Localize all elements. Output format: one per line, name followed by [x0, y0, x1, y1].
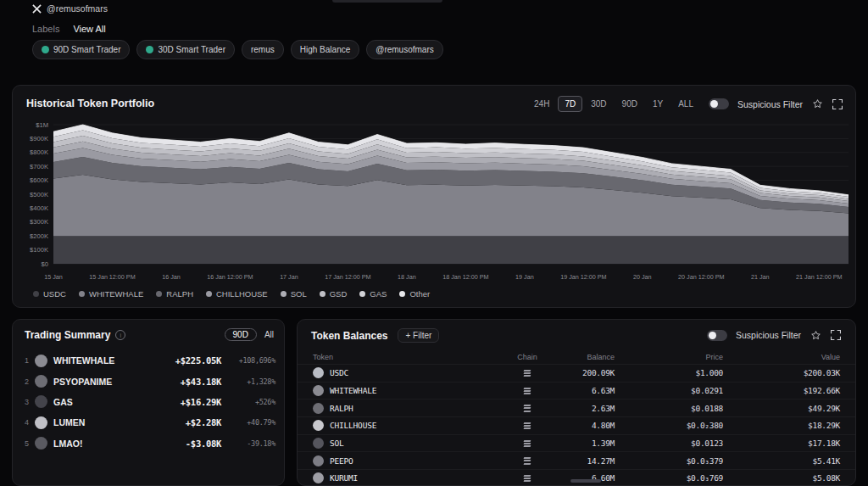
chart-legend: USDCWHITEWHALERALPHCHILLHOUSESOLGSDGASOt… [33, 289, 430, 299]
range-button-30d[interactable]: 30D [584, 96, 613, 112]
price-cell: $0.0188 [615, 404, 723, 413]
svg-text:15 Jan: 15 Jan [44, 273, 63, 281]
horizontal-scrollbar-handle[interactable] [570, 479, 601, 483]
token-cell: USDC [313, 367, 498, 378]
label-chip[interactable]: 30D Smart Trader [136, 40, 234, 59]
label-chip[interactable]: remus [242, 40, 284, 59]
table-row[interactable]: WHITEWHALE6.63M$0.0291$192.66K [298, 382, 855, 399]
svg-text:$600K: $600K [30, 176, 48, 184]
token-pnl-percent: -39.18% [221, 439, 275, 448]
column-header-balance[interactable]: Balance [557, 353, 615, 361]
chain-cell [498, 405, 557, 411]
token-icon [313, 455, 324, 466]
svg-text:16 Jan: 16 Jan [162, 273, 181, 281]
token-pnl-value: +$225.05K [114, 355, 221, 366]
range-button-90d[interactable]: 90D [615, 96, 644, 112]
svg-text:$900K: $900K [30, 135, 48, 142]
trading-row[interactable]: 4LUMEN+$2.28K+40.79% [25, 412, 275, 433]
label-chip-text: High Balance [300, 45, 350, 54]
token-pnl-percent: +526% [221, 398, 275, 406]
legend-item[interactable]: GSD [320, 289, 348, 299]
column-header-value[interactable]: Value [723, 353, 840, 361]
table-row[interactable]: USDC200.09K$1.000$200.03K [298, 364, 855, 382]
column-header-token[interactable]: Token [313, 353, 498, 361]
legend-item[interactable]: SOL [281, 289, 307, 299]
token-icon [313, 472, 324, 483]
chain-cell [498, 457, 557, 464]
token-name: KURUMI [330, 473, 358, 483]
trading-range-all-button[interactable]: All [264, 330, 274, 339]
trading-rank: 1 [25, 356, 35, 365]
legend-label: RALPH [166, 289, 193, 299]
trading-row[interactable]: 5LMAO!-$3.08K-39.18% [25, 433, 275, 454]
label-chip[interactable]: High Balance [291, 40, 359, 59]
value-cell: $200.03K [723, 368, 840, 377]
token-name: CHILLHOUSE [330, 421, 376, 430]
info-icon[interactable]: i [115, 330, 125, 340]
label-chip[interactable]: 90D Smart Trader [32, 40, 130, 59]
token-pnl-value: +$16.29K [73, 397, 221, 407]
svg-text:19 Jan 12:00 PM: 19 Jan 12:00 PM [560, 273, 606, 281]
token-name: SOL [330, 439, 344, 448]
legend-item[interactable]: WHITEWHALE [79, 289, 143, 299]
column-header-chain[interactable]: Chain [498, 353, 557, 361]
token-pnl-value: +$43.18K [112, 377, 221, 387]
chain-cell [498, 475, 557, 482]
suspicious-filter-toggle[interactable] [709, 98, 729, 109]
token-cell: CHILLHOUSE [313, 420, 498, 431]
label-chips-row: 90D Smart Trader30D Smart TraderremusHig… [32, 40, 443, 59]
value-cell: $18.29K [723, 421, 840, 430]
token-icon [35, 355, 47, 367]
table-row[interactable]: KURUMI6.60M$0.0₃769$5.08K [298, 469, 855, 486]
balances-suspicious-filter-toggle[interactable] [707, 330, 727, 341]
table-row[interactable]: PEEPO14.27M$0.0₃379$5.41K [298, 451, 855, 469]
expand-icon[interactable] [830, 329, 842, 341]
legend-item[interactable]: USDC [33, 289, 66, 299]
legend-item[interactable]: Other [399, 289, 430, 299]
trading-summary-list: 1WHITEWHALE+$225.05K+108,696%2PSYOPANIME… [25, 350, 275, 454]
svg-text:21 Jan: 21 Jan [751, 273, 770, 281]
labels-title: Labels [32, 24, 59, 34]
svg-text:17 Jan 12:00 PM: 17 Jan 12:00 PM [325, 273, 370, 281]
range-button-all[interactable]: ALL [671, 96, 700, 112]
token-name: USDC [330, 368, 348, 377]
legend-item[interactable]: CHILLHOUSE [206, 289, 268, 299]
favorite-star-icon[interactable] [810, 329, 821, 341]
table-row[interactable]: CHILLHOUSE4.80M$0.0₂380$18.29K [298, 416, 855, 434]
trading-row[interactable]: 3GAS+$16.29K+526% [25, 392, 275, 412]
range-button-1y[interactable]: 1Y [646, 96, 670, 112]
svg-text:19 Jan: 19 Jan [515, 273, 534, 281]
token-name: WHITEWHALE [53, 355, 114, 366]
svg-text:21 Jan 12:00 PM: 21 Jan 12:00 PM [796, 273, 842, 281]
price-cell: $1.000 [615, 368, 723, 377]
table-row[interactable]: SOL1.39M$0.0123$17.18K [298, 434, 855, 452]
favorite-star-icon[interactable] [811, 98, 823, 110]
range-button-24h[interactable]: 24H [527, 96, 556, 112]
expand-icon[interactable] [832, 98, 843, 110]
trading-range-90d-button[interactable]: 90D [225, 328, 257, 341]
portfolio-stacked-area-chart[interactable]: $0$100K$200K$300K$400K$500K$600K$700K$80… [13, 116, 856, 286]
portfolio-title: Historical Token Portfolio [26, 98, 154, 109]
legend-dot [320, 291, 326, 297]
token-name: WHITEWHALE [330, 386, 376, 395]
legend-dot [359, 291, 365, 297]
view-all-link[interactable]: View All [73, 24, 105, 34]
trading-rank: 5 [25, 439, 35, 448]
legend-item[interactable]: RALPH [156, 289, 193, 299]
chain-cell [498, 440, 557, 447]
trading-row[interactable]: 2PSYOPANIME+$43.18K+1,328% [25, 371, 275, 391]
price-cell: $0.0₃769 [615, 473, 723, 483]
label-chip[interactable]: @remusofmars [366, 40, 443, 59]
range-button-7d[interactable]: 7D [558, 96, 582, 112]
table-row[interactable]: RALPH2.63M$0.0188$49.29K [298, 399, 855, 416]
filter-button[interactable]: + Filter [398, 328, 439, 343]
column-header-price[interactable]: Price [615, 353, 723, 361]
trading-row[interactable]: 1WHITEWHALE+$225.05K+108,696% [25, 350, 275, 371]
token-icon [35, 416, 47, 429]
legend-item[interactable]: GAS [359, 289, 387, 299]
solana-chain-icon [524, 370, 531, 377]
svg-text:15 Jan 12:00 PM: 15 Jan 12:00 PM [89, 273, 135, 281]
twitter-handle[interactable]: @remusofmars [47, 3, 108, 14]
token-cell: KURUMI [313, 472, 498, 483]
token-name: RALPH [330, 404, 353, 413]
